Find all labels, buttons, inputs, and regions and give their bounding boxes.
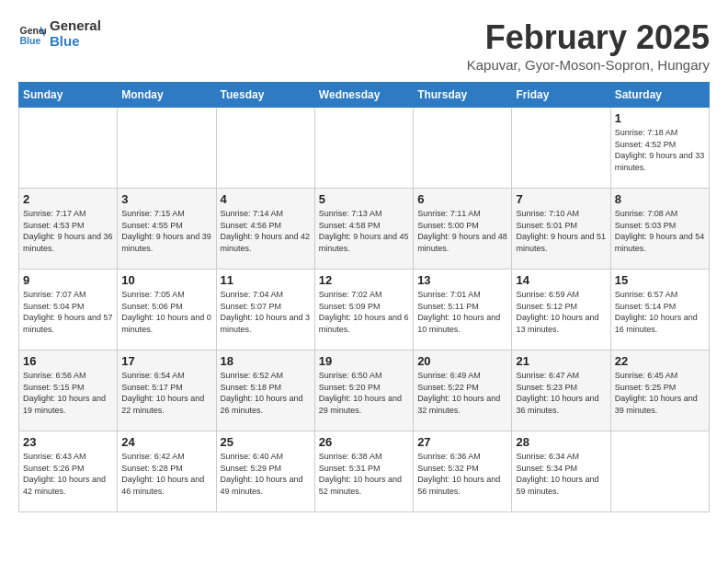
day-info: Sunrise: 7:17 AM Sunset: 4:53 PM Dayligh…: [23, 208, 113, 254]
day-number: 24: [121, 435, 211, 449]
day-number: 8: [615, 192, 705, 206]
day-cell: 14Sunrise: 6:59 AM Sunset: 5:12 PM Dayli…: [512, 270, 610, 350]
calendar-table: SundayMondayTuesdayWednesdayThursdayFrid…: [18, 82, 710, 512]
day-number: 7: [516, 192, 606, 206]
day-cell: [414, 108, 512, 189]
day-cell: 17Sunrise: 6:54 AM Sunset: 5:17 PM Dayli…: [118, 350, 216, 431]
day-cell: [19, 108, 118, 189]
day-info: Sunrise: 7:01 AM Sunset: 5:11 PM Dayligh…: [417, 289, 507, 335]
day-number: 20: [417, 354, 507, 368]
day-cell: 28Sunrise: 6:34 AM Sunset: 5:34 PM Dayli…: [512, 431, 610, 512]
day-number: 16: [23, 354, 113, 368]
header: General Blue General Blue February 2025 …: [18, 18, 710, 73]
day-cell: 16Sunrise: 6:56 AM Sunset: 5:15 PM Dayli…: [19, 350, 118, 431]
week-row-1: 1Sunrise: 7:18 AM Sunset: 4:52 PM Daylig…: [19, 108, 710, 189]
day-cell: 3Sunrise: 7:15 AM Sunset: 4:55 PM Daylig…: [118, 189, 216, 270]
day-number: 23: [23, 435, 113, 449]
day-number: 4: [221, 192, 311, 206]
day-info: Sunrise: 6:59 AM Sunset: 5:12 PM Dayligh…: [516, 289, 606, 335]
day-cell: 23Sunrise: 6:43 AM Sunset: 5:26 PM Dayli…: [19, 431, 118, 512]
weekday-header-row: SundayMondayTuesdayWednesdayThursdayFrid…: [19, 83, 710, 108]
day-cell: 21Sunrise: 6:47 AM Sunset: 5:23 PM Dayli…: [512, 350, 610, 431]
weekday-sunday: Sunday: [19, 83, 118, 108]
logo-text-block: General Blue: [50, 18, 101, 49]
day-info: Sunrise: 6:43 AM Sunset: 5:26 PM Dayligh…: [23, 451, 113, 497]
day-number: 2: [23, 192, 113, 206]
day-cell: 13Sunrise: 7:01 AM Sunset: 5:11 PM Dayli…: [414, 270, 512, 350]
day-number: 5: [319, 192, 409, 206]
day-number: 10: [121, 273, 211, 287]
week-row-3: 9Sunrise: 7:07 AM Sunset: 5:04 PM Daylig…: [19, 270, 710, 350]
day-cell: 10Sunrise: 7:05 AM Sunset: 5:06 PM Dayli…: [118, 270, 216, 350]
day-number: 12: [319, 273, 409, 287]
day-number: 3: [121, 192, 211, 206]
day-cell: 15Sunrise: 6:57 AM Sunset: 5:14 PM Dayli…: [610, 270, 709, 350]
day-info: Sunrise: 6:38 AM Sunset: 5:31 PM Dayligh…: [319, 451, 409, 497]
day-cell: 19Sunrise: 6:50 AM Sunset: 5:20 PM Dayli…: [314, 350, 413, 431]
week-row-5: 23Sunrise: 6:43 AM Sunset: 5:26 PM Dayli…: [19, 431, 710, 512]
day-number: 15: [615, 273, 705, 287]
day-cell: [216, 108, 314, 189]
day-info: Sunrise: 7:14 AM Sunset: 4:56 PM Dayligh…: [221, 208, 311, 254]
day-number: 18: [221, 354, 311, 368]
day-cell: 18Sunrise: 6:52 AM Sunset: 5:18 PM Dayli…: [216, 350, 314, 431]
day-info: Sunrise: 6:40 AM Sunset: 5:29 PM Dayligh…: [221, 451, 311, 497]
day-info: Sunrise: 6:42 AM Sunset: 5:28 PM Dayligh…: [121, 451, 211, 497]
weekday-tuesday: Tuesday: [216, 83, 314, 108]
day-number: 28: [516, 435, 606, 449]
day-number: 21: [516, 354, 606, 368]
day-info: Sunrise: 6:54 AM Sunset: 5:17 PM Dayligh…: [121, 370, 211, 416]
day-cell: [118, 108, 216, 189]
day-cell: 25Sunrise: 6:40 AM Sunset: 5:29 PM Dayli…: [216, 431, 314, 512]
weekday-wednesday: Wednesday: [314, 83, 413, 108]
day-info: Sunrise: 7:02 AM Sunset: 5:09 PM Dayligh…: [319, 289, 409, 335]
weekday-thursday: Thursday: [414, 83, 512, 108]
day-cell: 22Sunrise: 6:45 AM Sunset: 5:25 PM Dayli…: [610, 350, 709, 431]
day-cell: 12Sunrise: 7:02 AM Sunset: 5:09 PM Dayli…: [314, 270, 413, 350]
day-number: 19: [319, 354, 409, 368]
day-cell: 6Sunrise: 7:11 AM Sunset: 5:00 PM Daylig…: [414, 189, 512, 270]
day-number: 11: [221, 273, 311, 287]
day-cell: 24Sunrise: 6:42 AM Sunset: 5:28 PM Dayli…: [118, 431, 216, 512]
day-cell: [314, 108, 413, 189]
day-number: 13: [417, 273, 507, 287]
weekday-monday: Monday: [118, 83, 216, 108]
day-info: Sunrise: 6:47 AM Sunset: 5:23 PM Dayligh…: [516, 370, 606, 416]
week-row-2: 2Sunrise: 7:17 AM Sunset: 4:53 PM Daylig…: [19, 189, 710, 270]
calendar-subtitle: Kapuvar, Gyor-Moson-Sopron, Hungary: [467, 57, 710, 73]
day-info: Sunrise: 7:07 AM Sunset: 5:04 PM Dayligh…: [23, 289, 113, 335]
day-cell: 27Sunrise: 6:36 AM Sunset: 5:32 PM Dayli…: [414, 431, 512, 512]
weekday-saturday: Saturday: [610, 83, 709, 108]
day-cell: 2Sunrise: 7:17 AM Sunset: 4:53 PM Daylig…: [19, 189, 118, 270]
day-info: Sunrise: 7:05 AM Sunset: 5:06 PM Dayligh…: [121, 289, 211, 335]
day-cell: 11Sunrise: 7:04 AM Sunset: 5:07 PM Dayli…: [216, 270, 314, 350]
day-info: Sunrise: 7:04 AM Sunset: 5:07 PM Dayligh…: [221, 289, 311, 335]
day-info: Sunrise: 7:13 AM Sunset: 4:58 PM Dayligh…: [319, 208, 409, 254]
day-info: Sunrise: 6:52 AM Sunset: 5:18 PM Dayligh…: [221, 370, 311, 416]
day-info: Sunrise: 6:50 AM Sunset: 5:20 PM Dayligh…: [319, 370, 409, 416]
day-info: Sunrise: 6:36 AM Sunset: 5:32 PM Dayligh…: [417, 451, 507, 497]
title-area: February 2025 Kapuvar, Gyor-Moson-Sopron…: [467, 18, 710, 73]
day-cell: [610, 431, 709, 512]
day-cell: 8Sunrise: 7:08 AM Sunset: 5:03 PM Daylig…: [610, 189, 709, 270]
day-number: 14: [516, 273, 606, 287]
day-cell: 26Sunrise: 6:38 AM Sunset: 5:31 PM Dayli…: [314, 431, 413, 512]
weekday-friday: Friday: [512, 83, 610, 108]
day-info: Sunrise: 6:34 AM Sunset: 5:34 PM Dayligh…: [516, 451, 606, 497]
day-cell: [512, 108, 610, 189]
day-info: Sunrise: 6:57 AM Sunset: 5:14 PM Dayligh…: [615, 289, 705, 335]
day-info: Sunrise: 7:18 AM Sunset: 4:52 PM Dayligh…: [615, 127, 705, 173]
calendar-body: 1Sunrise: 7:18 AM Sunset: 4:52 PM Daylig…: [19, 108, 710, 512]
day-number: 25: [221, 435, 311, 449]
day-number: 27: [417, 435, 507, 449]
day-info: Sunrise: 7:08 AM Sunset: 5:03 PM Dayligh…: [615, 208, 705, 254]
day-cell: 1Sunrise: 7:18 AM Sunset: 4:52 PM Daylig…: [610, 108, 709, 189]
day-cell: 7Sunrise: 7:10 AM Sunset: 5:01 PM Daylig…: [512, 189, 610, 270]
day-cell: 4Sunrise: 7:14 AM Sunset: 4:56 PM Daylig…: [216, 189, 314, 270]
day-info: Sunrise: 7:10 AM Sunset: 5:01 PM Dayligh…: [516, 208, 606, 254]
day-number: 1: [615, 111, 705, 125]
day-info: Sunrise: 7:11 AM Sunset: 5:00 PM Dayligh…: [417, 208, 507, 254]
day-cell: 20Sunrise: 6:49 AM Sunset: 5:22 PM Dayli…: [414, 350, 512, 431]
day-info: Sunrise: 6:45 AM Sunset: 5:25 PM Dayligh…: [615, 370, 705, 416]
day-info: Sunrise: 6:56 AM Sunset: 5:15 PM Dayligh…: [23, 370, 113, 416]
